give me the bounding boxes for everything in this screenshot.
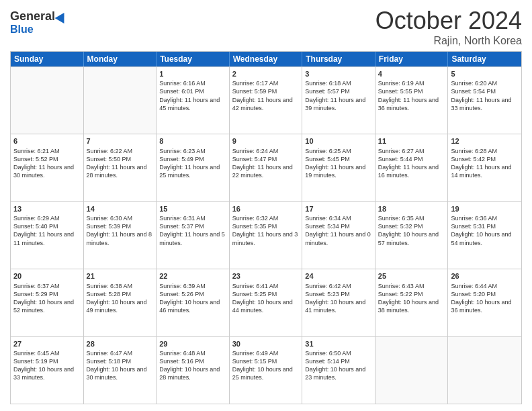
- day-info: Sunrise: 6:16 AMSunset: 6:01 PMDaylight:…: [159, 79, 226, 112]
- day-number: 18: [378, 204, 445, 214]
- day-number: 10: [305, 136, 372, 146]
- calendar-cell: [448, 337, 521, 404]
- calendar-header-tuesday: Tuesday: [157, 52, 230, 66]
- calendar-cell: [11, 67, 84, 134]
- calendar: SundayMondayTuesdayWednesdayThursdayFrid…: [10, 51, 522, 404]
- calendar-header-saturday: Saturday: [448, 52, 521, 66]
- day-number: 13: [13, 204, 81, 214]
- day-info: Sunrise: 6:31 AMSunset: 5:37 PMDaylight:…: [159, 214, 226, 247]
- calendar-cell: 11Sunrise: 6:27 AMSunset: 5:44 PMDayligh…: [375, 134, 449, 201]
- day-number: 19: [451, 204, 519, 214]
- calendar-header-sunday: Sunday: [11, 52, 84, 66]
- day-info: Sunrise: 6:23 AMSunset: 5:49 PMDaylight:…: [159, 147, 226, 180]
- day-info: Sunrise: 6:27 AMSunset: 5:44 PMDaylight:…: [378, 147, 445, 180]
- calendar-body: 1Sunrise: 6:16 AMSunset: 6:01 PMDaylight…: [11, 66, 521, 404]
- day-info: Sunrise: 6:42 AMSunset: 5:23 PMDaylight:…: [305, 282, 372, 315]
- calendar-cell: 27Sunrise: 6:45 AMSunset: 5:19 PMDayligh…: [11, 337, 84, 404]
- calendar-cell: 25Sunrise: 6:43 AMSunset: 5:22 PMDayligh…: [375, 269, 449, 336]
- calendar-cell: 8Sunrise: 6:23 AMSunset: 5:49 PMDaylight…: [157, 134, 230, 201]
- day-info: Sunrise: 6:19 AMSunset: 5:55 PMDaylight:…: [378, 79, 445, 112]
- calendar-header-friday: Friday: [375, 52, 449, 66]
- logo: General Blue: [10, 7, 67, 36]
- day-info: Sunrise: 6:45 AMSunset: 5:19 PMDaylight:…: [13, 349, 81, 382]
- day-info: Sunrise: 6:47 AMSunset: 5:18 PMDaylight:…: [87, 349, 154, 382]
- calendar-week-1: 1Sunrise: 6:16 AMSunset: 6:01 PMDaylight…: [11, 66, 521, 134]
- day-info: Sunrise: 6:22 AMSunset: 5:50 PMDaylight:…: [87, 147, 154, 180]
- calendar-cell: 28Sunrise: 6:47 AMSunset: 5:18 PMDayligh…: [84, 337, 157, 404]
- calendar-cell: 12Sunrise: 6:28 AMSunset: 5:42 PMDayligh…: [448, 134, 521, 201]
- calendar-week-4: 20Sunrise: 6:37 AMSunset: 5:29 PMDayligh…: [11, 269, 521, 336]
- day-info: Sunrise: 6:36 AMSunset: 5:31 PMDaylight:…: [451, 214, 519, 247]
- day-number: 22: [159, 271, 226, 281]
- day-info: Sunrise: 6:35 AMSunset: 5:32 PMDaylight:…: [378, 214, 445, 247]
- calendar-cell: 15Sunrise: 6:31 AMSunset: 5:37 PMDayligh…: [157, 202, 230, 269]
- calendar-week-5: 27Sunrise: 6:45 AMSunset: 5:19 PMDayligh…: [11, 336, 521, 404]
- day-info: Sunrise: 6:38 AMSunset: 5:28 PMDaylight:…: [87, 282, 154, 315]
- day-info: Sunrise: 6:39 AMSunset: 5:26 PMDaylight:…: [159, 282, 226, 315]
- day-number: 25: [378, 271, 445, 281]
- title-month: October 2024: [375, 7, 522, 35]
- day-info: Sunrise: 6:43 AMSunset: 5:22 PMDaylight:…: [378, 282, 445, 315]
- day-number: 21: [87, 271, 154, 281]
- day-number: 20: [13, 271, 81, 281]
- day-info: Sunrise: 6:32 AMSunset: 5:35 PMDaylight:…: [232, 214, 300, 247]
- day-number: 17: [305, 204, 372, 214]
- calendar-cell: 13Sunrise: 6:29 AMSunset: 5:40 PMDayligh…: [11, 202, 84, 269]
- day-number: 12: [451, 136, 519, 146]
- calendar-cell: 9Sunrise: 6:24 AMSunset: 5:47 PMDaylight…: [230, 134, 303, 201]
- day-number: 5: [451, 69, 519, 79]
- day-number: 27: [13, 339, 81, 349]
- calendar-header-monday: Monday: [84, 52, 157, 66]
- calendar-cell: 14Sunrise: 6:30 AMSunset: 5:39 PMDayligh…: [84, 202, 157, 269]
- calendar-header-wednesday: Wednesday: [230, 52, 303, 66]
- logo-blue-text: Blue: [10, 24, 34, 36]
- page: General Blue October 2024 Rajin, North K…: [0, 0, 532, 411]
- logo-general-text: General: [10, 9, 55, 24]
- calendar-week-2: 6Sunrise: 6:21 AMSunset: 5:52 PMDaylight…: [11, 134, 521, 201]
- calendar-cell: 2Sunrise: 6:17 AMSunset: 5:59 PMDaylight…: [230, 67, 303, 134]
- calendar-cell: 1Sunrise: 6:16 AMSunset: 6:01 PMDaylight…: [157, 67, 230, 134]
- calendar-cell: 4Sunrise: 6:19 AMSunset: 5:55 PMDaylight…: [375, 67, 449, 134]
- calendar-cell: 24Sunrise: 6:42 AMSunset: 5:23 PMDayligh…: [302, 269, 375, 336]
- day-number: 7: [87, 136, 154, 146]
- day-number: 3: [305, 69, 372, 79]
- calendar-cell: 26Sunrise: 6:44 AMSunset: 5:20 PMDayligh…: [448, 269, 521, 336]
- calendar-cell: 18Sunrise: 6:35 AMSunset: 5:32 PMDayligh…: [375, 202, 449, 269]
- day-number: 2: [232, 69, 300, 79]
- day-info: Sunrise: 6:18 AMSunset: 5:57 PMDaylight:…: [305, 79, 372, 112]
- day-info: Sunrise: 6:41 AMSunset: 5:25 PMDaylight:…: [232, 282, 300, 315]
- calendar-cell: 5Sunrise: 6:20 AMSunset: 5:54 PMDaylight…: [448, 67, 521, 134]
- calendar-cell: [84, 67, 157, 134]
- calendar-cell: 16Sunrise: 6:32 AMSunset: 5:35 PMDayligh…: [230, 202, 303, 269]
- day-info: Sunrise: 6:24 AMSunset: 5:47 PMDaylight:…: [232, 147, 300, 180]
- title-location: Rajin, North Korea: [375, 35, 522, 47]
- day-info: Sunrise: 6:34 AMSunset: 5:34 PMDaylight:…: [305, 214, 372, 247]
- calendar-cell: 23Sunrise: 6:41 AMSunset: 5:25 PMDayligh…: [230, 269, 303, 336]
- calendar-cell: 19Sunrise: 6:36 AMSunset: 5:31 PMDayligh…: [448, 202, 521, 269]
- day-info: Sunrise: 6:50 AMSunset: 5:14 PMDaylight:…: [305, 349, 372, 382]
- calendar-cell: 17Sunrise: 6:34 AMSunset: 5:34 PMDayligh…: [302, 202, 375, 269]
- calendar-header-row: SundayMondayTuesdayWednesdayThursdayFrid…: [11, 52, 521, 66]
- day-info: Sunrise: 6:20 AMSunset: 5:54 PMDaylight:…: [451, 79, 519, 112]
- day-info: Sunrise: 6:48 AMSunset: 5:16 PMDaylight:…: [159, 349, 226, 382]
- day-number: 26: [451, 271, 519, 281]
- day-info: Sunrise: 6:21 AMSunset: 5:52 PMDaylight:…: [13, 147, 81, 180]
- day-info: Sunrise: 6:28 AMSunset: 5:42 PMDaylight:…: [451, 147, 519, 180]
- calendar-cell: 29Sunrise: 6:48 AMSunset: 5:16 PMDayligh…: [157, 337, 230, 404]
- day-info: Sunrise: 6:25 AMSunset: 5:45 PMDaylight:…: [305, 147, 372, 180]
- day-number: 24: [305, 271, 372, 281]
- calendar-cell: 7Sunrise: 6:22 AMSunset: 5:50 PMDaylight…: [84, 134, 157, 201]
- day-number: 8: [159, 136, 226, 146]
- day-number: 30: [232, 339, 300, 349]
- day-number: 29: [159, 339, 226, 349]
- calendar-cell: 31Sunrise: 6:50 AMSunset: 5:14 PMDayligh…: [302, 337, 375, 404]
- day-number: 31: [305, 339, 372, 349]
- calendar-cell: 3Sunrise: 6:18 AMSunset: 5:57 PMDaylight…: [302, 67, 375, 134]
- calendar-cell: 30Sunrise: 6:49 AMSunset: 5:15 PMDayligh…: [230, 337, 303, 404]
- header: General Blue October 2024 Rajin, North K…: [10, 7, 522, 47]
- day-info: Sunrise: 6:49 AMSunset: 5:15 PMDaylight:…: [232, 349, 300, 382]
- calendar-cell: 21Sunrise: 6:38 AMSunset: 5:28 PMDayligh…: [84, 269, 157, 336]
- day-number: 11: [378, 136, 445, 146]
- calendar-cell: 22Sunrise: 6:39 AMSunset: 5:26 PMDayligh…: [157, 269, 230, 336]
- day-info: Sunrise: 6:29 AMSunset: 5:40 PMDaylight:…: [13, 214, 81, 247]
